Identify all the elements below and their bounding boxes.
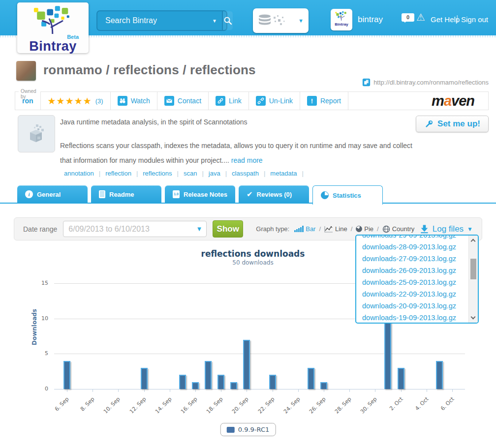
log-file-item[interactable]: downloads-26-09-2013.log.gz <box>362 265 468 276</box>
tab-statistics[interactable]: Statistics <box>312 185 383 205</box>
set-me-up-button[interactable]: Set me up! <box>416 116 489 132</box>
bar-22-Sep[interactable] <box>269 375 276 389</box>
dropdown-scrollbar[interactable] <box>468 236 478 323</box>
chart-legend[interactable]: 0.9.9-RC1 <box>220 423 276 436</box>
owner-avatar[interactable] <box>16 61 36 81</box>
read-more-link[interactable]: read more <box>231 156 263 164</box>
bar-19-Sep[interactable] <box>230 382 237 389</box>
tag-annotation[interactable]: annotation <box>64 170 94 177</box>
log-file-item[interactable]: downloads-22-09-2013.log.gz <box>362 288 468 300</box>
x-tick-label: 14. Sep <box>147 396 173 422</box>
graph-type-label: Graph type: <box>256 225 289 233</box>
package-url-row: http://dl.bintray.com/ronmamo/reflection… <box>362 78 489 87</box>
graph-type-separator: / <box>377 225 379 233</box>
bar-2-Oct[interactable] <box>398 368 404 389</box>
graph-type-country[interactable]: Country <box>382 225 415 233</box>
x-axis-line <box>54 389 465 389</box>
log-file-item[interactable]: downloads-19-09-2013.log.gz <box>362 312 468 323</box>
x-tick-mark <box>298 389 299 392</box>
tab-bar: i General Readme 1.0 Release Notes ✔ Rev… <box>17 185 383 205</box>
package-download-url[interactable]: http://dl.bintray.com/ronmamo/reflection… <box>373 79 489 86</box>
contact-button[interactable]: Contact <box>157 92 209 110</box>
date-range-input[interactable] <box>63 221 207 237</box>
x-tick-mark <box>67 389 67 392</box>
package-summary: Java runtime metadata analysis, in the s… <box>60 118 248 126</box>
log-files-list: downloads-29-09-2013.log.gzdownloads-28-… <box>356 236 468 323</box>
bar-12-Sep[interactable] <box>141 368 148 389</box>
x-tick-label: 12. Sep <box>121 396 147 422</box>
tag-java[interactable]: java <box>209 170 220 177</box>
tab-reviews[interactable]: ✔ Reviews (0) <box>239 185 309 203</box>
x-tick-label: 30. Sep <box>352 396 378 422</box>
bar-5-Oct[interactable] <box>436 361 443 389</box>
date-range-caret-icon[interactable]: ▼ <box>196 225 202 233</box>
tag-reflection[interactable]: reflection <box>105 170 131 177</box>
log-file-item[interactable]: downloads-27-09-2013.log.gz <box>362 253 468 265</box>
report-button[interactable]: ! Report <box>300 92 348 110</box>
envelope-icon <box>164 96 174 106</box>
bar-6-Sep[interactable] <box>63 361 70 389</box>
star-rating[interactable]: ★★★★★ <box>48 95 92 107</box>
scrollbar-thumb[interactable] <box>470 259 476 279</box>
repo-selector-dropdown[interactable]: ▼ <box>253 8 309 33</box>
rating-count: (3) <box>95 97 103 105</box>
scroll-up-icon[interactable] <box>471 239 476 244</box>
bar-15-Sep[interactable] <box>179 375 186 389</box>
x-tick-mark <box>195 389 196 392</box>
sign-out-link[interactable]: Sign out <box>461 15 488 24</box>
watch-button[interactable]: Watch <box>111 92 157 110</box>
log-files-button[interactable]: Log files ▼ <box>420 224 473 234</box>
x-tick-mark <box>170 389 170 392</box>
username[interactable]: bintray <box>358 15 383 25</box>
get-help-link[interactable]: Get Help <box>431 15 460 24</box>
search-scope-caret-icon[interactable]: ▼ <box>207 18 222 24</box>
tab-readme[interactable]: Readme <box>91 185 161 203</box>
x-tick-label: 26. Sep <box>301 396 327 422</box>
rating-box: ★★★★★ (3) <box>41 92 111 110</box>
link-button[interactable]: Link <box>209 92 249 110</box>
bintray-wordmark: Bintray <box>17 39 89 54</box>
show-button[interactable]: Show <box>213 220 243 238</box>
bar-16-Sep[interactable] <box>192 382 199 389</box>
graph-type-line[interactable]: Line <box>324 225 347 233</box>
tag-separator: | <box>202 170 203 177</box>
log-files-caret-icon: ▼ <box>467 226 473 233</box>
search-button[interactable] <box>222 11 233 30</box>
notifications-bubble[interactable]: 0 <box>402 13 414 22</box>
x-tick-label: 28. Sep <box>327 396 353 422</box>
x-tick-mark <box>221 389 221 392</box>
tag-reflections[interactable]: reflections <box>143 170 172 177</box>
log-file-item[interactable]: downloads-25-09-2013.log.gz <box>362 276 468 288</box>
unlink-button[interactable]: Un-Link <box>249 92 300 110</box>
bar-20-Sep[interactable] <box>243 340 250 389</box>
tab-general[interactable]: i General <box>17 185 88 203</box>
graph-type-pie[interactable]: Pie <box>356 225 373 233</box>
avatar-wordmark: Bintray <box>331 22 352 27</box>
legend-series-name: 0.9.9-RC1 <box>238 426 270 433</box>
bar-17-Sep[interactable] <box>205 361 212 389</box>
tag-scan[interactable]: scan <box>184 170 197 177</box>
y-axis-label: Downloads <box>31 298 38 357</box>
gridline <box>54 354 465 354</box>
tag-classpath[interactable]: classpath <box>232 170 259 177</box>
log-file-item[interactable]: downloads-29-09-2013.log.gz <box>362 236 468 241</box>
bar-18-Sep[interactable] <box>217 375 224 389</box>
graph-type-bar[interactable]: Bar <box>294 225 315 233</box>
user-avatar[interactable]: Bintray <box>331 9 352 30</box>
tag-metadata[interactable]: metadata <box>270 170 297 177</box>
unlink-label: Un-Link <box>269 97 293 105</box>
search-input[interactable] <box>97 11 207 30</box>
log-file-item[interactable]: downloads-20-09-2013.log.gz <box>362 300 468 312</box>
log-file-item[interactable]: downloads-28-09-2013.log.gz <box>362 241 468 253</box>
bar-25-Sep[interactable] <box>308 368 314 389</box>
bar-26-Sep[interactable] <box>320 382 327 389</box>
info-icon: i <box>25 190 33 198</box>
bintray-logo[interactable]: Beta Bintray <box>17 2 89 53</box>
link-label: Link <box>229 97 242 105</box>
tab-release-notes[interactable]: 1.0 Release Notes <box>165 185 235 203</box>
copy-url-icon[interactable] <box>362 78 371 87</box>
x-tick-mark <box>93 389 93 392</box>
pie-chart-icon <box>321 191 329 199</box>
warning-icon[interactable]: ⚠ <box>416 11 425 23</box>
scroll-down-icon[interactable] <box>471 315 476 320</box>
